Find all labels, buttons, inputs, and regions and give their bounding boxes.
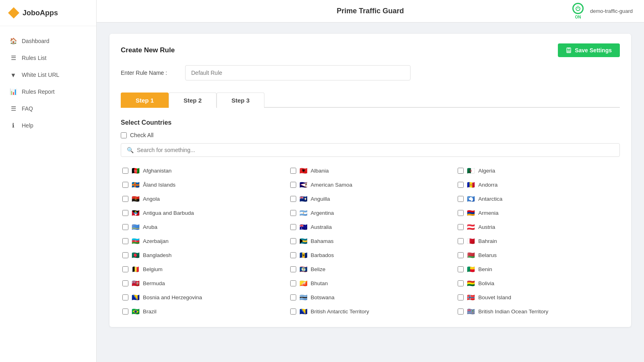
sidebar-item-rules-report[interactable]: 📊 Rules Report bbox=[0, 83, 96, 100]
country-name: American Samoa bbox=[311, 182, 353, 188]
country-name: Bolivia bbox=[478, 280, 494, 286]
card-header: Create New Rule Save Settings bbox=[121, 43, 620, 57]
country-checkbox[interactable] bbox=[458, 182, 464, 188]
country-checkbox[interactable] bbox=[290, 238, 296, 244]
country-checkbox[interactable] bbox=[122, 252, 128, 258]
country-flag: 🇮🇴 bbox=[467, 308, 475, 315]
country-flag: 🇦🇮 bbox=[299, 195, 308, 203]
list-item: 🇧🇦 Bosnia and Herzegovina bbox=[121, 292, 285, 303]
country-flag: 🇦🇸 bbox=[299, 181, 308, 189]
list-item: 🇦🇽 Åland Islands bbox=[121, 179, 285, 191]
page-title: Prime Traffic Guard bbox=[336, 7, 404, 15]
sidebar-item-help[interactable]: ℹ Help bbox=[0, 117, 96, 134]
section-title: Select Countries bbox=[121, 119, 620, 126]
country-checkbox[interactable] bbox=[458, 280, 464, 286]
country-checkbox[interactable] bbox=[458, 238, 464, 244]
country-checkbox[interactable] bbox=[290, 196, 296, 202]
country-flag: 🇧🇩 bbox=[132, 251, 140, 259]
list-item: 🇦🇼 Aruba bbox=[121, 221, 285, 233]
country-checkbox[interactable] bbox=[122, 294, 128, 300]
check-all-label: Check All bbox=[130, 132, 153, 138]
country-flag: 🇦🇽 bbox=[132, 181, 140, 189]
sidebar-item-dashboard[interactable]: 🏠 Dashboard bbox=[0, 33, 96, 49]
list-item: 🇧🇻 Bouvet Island bbox=[456, 292, 620, 303]
country-checkbox[interactable] bbox=[290, 266, 296, 272]
save-button[interactable]: Save Settings bbox=[558, 43, 620, 57]
user-label: demo-traffic-guard bbox=[590, 8, 633, 14]
country-name: Belize bbox=[311, 266, 326, 272]
country-checkbox[interactable] bbox=[290, 294, 296, 300]
country-checkbox[interactable] bbox=[122, 238, 128, 244]
country-flag: 🇦🇼 bbox=[132, 223, 140, 231]
country-checkbox[interactable] bbox=[458, 252, 464, 258]
country-checkbox[interactable] bbox=[122, 224, 128, 230]
header: Prime Traffic Guard ON demo-traffic-guar… bbox=[97, 0, 644, 23]
sidebar-item-rules-list[interactable]: ☰ Rules List bbox=[0, 49, 96, 66]
country-name: Botswana bbox=[311, 294, 334, 300]
country-checkbox[interactable] bbox=[290, 252, 296, 258]
list-item: 🇧🇼 Botswana bbox=[289, 292, 452, 303]
country-checkbox[interactable] bbox=[290, 280, 296, 286]
country-name: Benin bbox=[478, 266, 492, 272]
tab-step3[interactable]: Step 3 bbox=[217, 93, 264, 108]
country-checkbox[interactable] bbox=[290, 168, 296, 174]
country-checkbox[interactable] bbox=[458, 196, 464, 202]
country-checkbox[interactable] bbox=[290, 210, 296, 216]
sidebar-item-faq[interactable]: ☰ FAQ bbox=[0, 100, 96, 117]
country-checkbox[interactable] bbox=[458, 294, 464, 300]
country-name: Armenia bbox=[478, 210, 498, 216]
country-name: Andorra bbox=[478, 182, 497, 188]
sidebar-item-whitelist-url[interactable]: ▼ White List URL bbox=[0, 66, 96, 83]
country-flag: 🇧🇾 bbox=[467, 251, 475, 259]
country-checkbox[interactable] bbox=[458, 309, 464, 315]
faq-icon: ☰ bbox=[10, 105, 17, 112]
country-flag: 🇧🇭 bbox=[467, 237, 475, 245]
country-checkbox[interactable] bbox=[290, 182, 296, 188]
tab-step1[interactable]: Step 1 bbox=[121, 93, 169, 108]
sidebar-item-label: FAQ bbox=[22, 105, 33, 112]
country-checkbox[interactable] bbox=[122, 168, 128, 174]
power-button[interactable]: ON bbox=[572, 3, 584, 19]
power-label: ON bbox=[575, 15, 581, 19]
country-flag: 🇦🇱 bbox=[299, 167, 308, 175]
country-checkbox[interactable] bbox=[122, 210, 128, 216]
country-flag: 🇦🇫 bbox=[132, 167, 140, 175]
search-input[interactable] bbox=[137, 147, 614, 153]
country-checkbox[interactable] bbox=[122, 309, 128, 315]
power-icon bbox=[572, 3, 584, 14]
list-item: 🇧🇹 Bhutan bbox=[289, 278, 452, 289]
country-flag: 🇧🇪 bbox=[132, 265, 140, 273]
country-checkbox[interactable] bbox=[458, 266, 464, 272]
search-box: 🔍 bbox=[121, 143, 620, 157]
country-flag: 🇦🇩 bbox=[467, 181, 475, 189]
country-checkbox[interactable] bbox=[290, 309, 296, 315]
country-checkbox[interactable] bbox=[458, 224, 464, 230]
filter-icon: ▼ bbox=[10, 71, 17, 78]
sidebar-item-label: Dashboard bbox=[22, 38, 50, 44]
country-name: Belarus bbox=[478, 252, 497, 258]
country-name: Antarctica bbox=[478, 196, 502, 202]
list-item: 🇩🇿 Algeria bbox=[456, 165, 620, 177]
list-item: 🇧🇪 Belgium bbox=[121, 263, 285, 275]
list-item: 🇦🇸 American Samoa bbox=[289, 179, 452, 191]
sidebar: JoboApps 🏠 Dashboard ☰ Rules List ▼ Whit… bbox=[0, 0, 97, 362]
rule-name-input[interactable] bbox=[185, 65, 411, 80]
list-item: 🇦🇬 Antigua and Barbuda bbox=[121, 207, 285, 219]
list-item: 🇦🇶 Antarctica bbox=[456, 193, 620, 205]
country-name: Argentina bbox=[311, 210, 334, 216]
save-icon bbox=[566, 47, 572, 53]
country-checkbox[interactable] bbox=[290, 224, 296, 230]
list-item: 🇦🇮 Anguilla bbox=[289, 193, 452, 205]
country-checkbox[interactable] bbox=[122, 182, 128, 188]
country-checkbox[interactable] bbox=[122, 280, 128, 286]
country-checkbox[interactable] bbox=[458, 168, 464, 174]
logo-text: JoboApps bbox=[23, 9, 58, 17]
country-checkbox[interactable] bbox=[122, 266, 128, 272]
country-name: British Antarctic Territory bbox=[311, 309, 369, 315]
country-checkbox[interactable] bbox=[122, 196, 128, 202]
check-all-checkbox[interactable] bbox=[121, 132, 127, 138]
country-checkbox[interactable] bbox=[458, 210, 464, 216]
sidebar-item-label: White List URL bbox=[22, 72, 59, 78]
tab-step2[interactable]: Step 2 bbox=[169, 93, 217, 108]
country-name: Bhutan bbox=[311, 280, 328, 286]
